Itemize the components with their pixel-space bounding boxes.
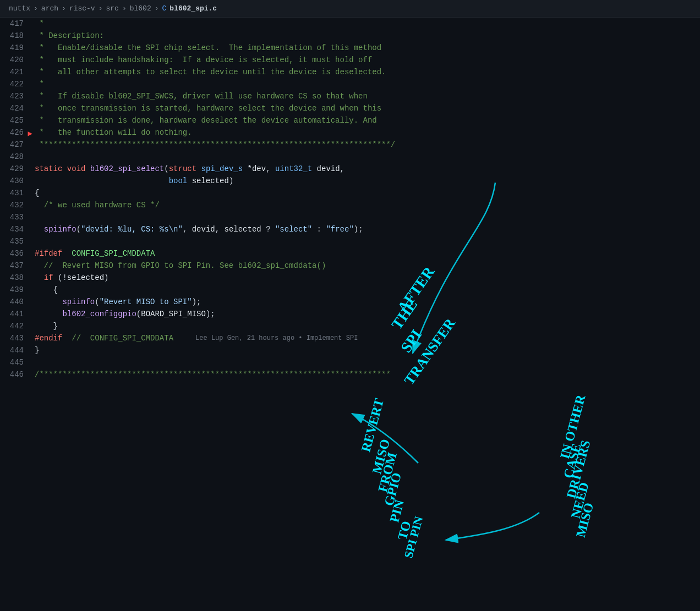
code-line-444: 444 } bbox=[0, 344, 700, 356]
code-line-423: 423 * If disable bl602_SPI_SWCS, driver … bbox=[0, 90, 700, 102]
code-line-431: 431 { bbox=[0, 187, 700, 199]
code-line-429: 429 static void bl602_spi_select(struct … bbox=[0, 163, 700, 175]
code-container: 417 * 418 * Description: 419 * Enable/di… bbox=[0, 18, 700, 608]
breadcrumb-filename: bl602_spi.c bbox=[169, 4, 217, 13]
arrow-in-case bbox=[446, 513, 539, 540]
code-line-430: 430 bool selected) bbox=[0, 175, 700, 187]
annotation-spi-pin: SPI PIN bbox=[401, 515, 425, 560]
annotation-miso2: MISO bbox=[573, 501, 597, 539]
annotation-drivers: DRIVERS bbox=[564, 439, 593, 500]
annotation-in: IN OTHER bbox=[557, 393, 588, 460]
annotation-case: CASE bbox=[561, 442, 584, 480]
breadcrumb-arch[interactable]: arch bbox=[41, 4, 58, 13]
code-line-428: 428 bbox=[0, 151, 700, 163]
breadcrumb: nuttx › arch › risc-v › src › bl602 › C … bbox=[0, 0, 700, 18]
code-line-424: 424 * once transmission is started, hard… bbox=[0, 102, 700, 114]
code-line-438: 438 if (!selected) bbox=[0, 272, 700, 284]
code-line-425: 425 * transmission is done, hardware des… bbox=[0, 114, 700, 126]
breadcrumb-riscv[interactable]: risc-v bbox=[69, 4, 95, 13]
code-line-443: 443 #endif // CONFIG_SPI_CMDDATA Lee Lup… bbox=[0, 332, 700, 344]
code-line-419: 419 * Enable/disable the SPI chip select… bbox=[0, 42, 700, 54]
annotation-to: TO bbox=[395, 520, 414, 542]
git-blame: Lee Lup Gen, 21 hours ago • Implement SP… bbox=[195, 332, 358, 344]
annotation-need: NEED bbox=[568, 481, 591, 520]
annotation-pin1: PIN bbox=[387, 498, 407, 524]
code-line-434: 434 spiinfo("devid: %lu, CS: %s\n", devi… bbox=[0, 223, 700, 235]
annotation-from: FROM bbox=[375, 451, 400, 494]
code-line-440: 440 spiinfo("Revert MISO to SPI"); bbox=[0, 296, 700, 308]
file-type-icon: C bbox=[162, 4, 167, 13]
code-line-421: 421 * all other attempts to select the d… bbox=[0, 66, 700, 78]
code-line-433: 433 bbox=[0, 211, 700, 223]
code-line-432: 432 /* we used hardware CS */ bbox=[0, 199, 700, 211]
code-line-445: 445 bbox=[0, 356, 700, 368]
code-line-441: 441 bl602_configgpio(BOARD_SPI_MISO); bbox=[0, 308, 700, 320]
arrow-revert-miso bbox=[352, 414, 418, 463]
code-line-427: 427 ************************************… bbox=[0, 139, 700, 151]
code-line-442: 442 } bbox=[0, 320, 700, 332]
code-line-436: 436 #ifdef CONFIG_SPI_CMDDATA bbox=[0, 247, 700, 260]
code-line-417: 417 * bbox=[0, 18, 700, 30]
breadcrumb-bl602[interactable]: bl602 bbox=[130, 4, 151, 13]
code-line-435: 435 bbox=[0, 235, 700, 247]
breadcrumb-nuttx[interactable]: nuttx bbox=[9, 4, 30, 13]
code-line-426: 426 ▶ * the function will do nothing. bbox=[0, 126, 700, 139]
annotation-gpio: GPIO bbox=[381, 471, 404, 507]
code-line-446: 446 /***********************************… bbox=[0, 368, 700, 381]
code-line-418: 418 * Description: bbox=[0, 30, 700, 42]
code-line-422: 422 * bbox=[0, 78, 700, 90]
code-line-439: 439 { bbox=[0, 284, 700, 296]
annotation-revert: REVERT bbox=[358, 397, 386, 454]
code-line-437: 437 // Revert MISO from GPIO to SPI Pin.… bbox=[0, 260, 700, 272]
breadcrumb-src[interactable]: src bbox=[106, 4, 118, 13]
annotation-miso: MISO bbox=[369, 438, 392, 476]
code-line-420: 420 * must include handshaking: If a dev… bbox=[0, 54, 700, 66]
